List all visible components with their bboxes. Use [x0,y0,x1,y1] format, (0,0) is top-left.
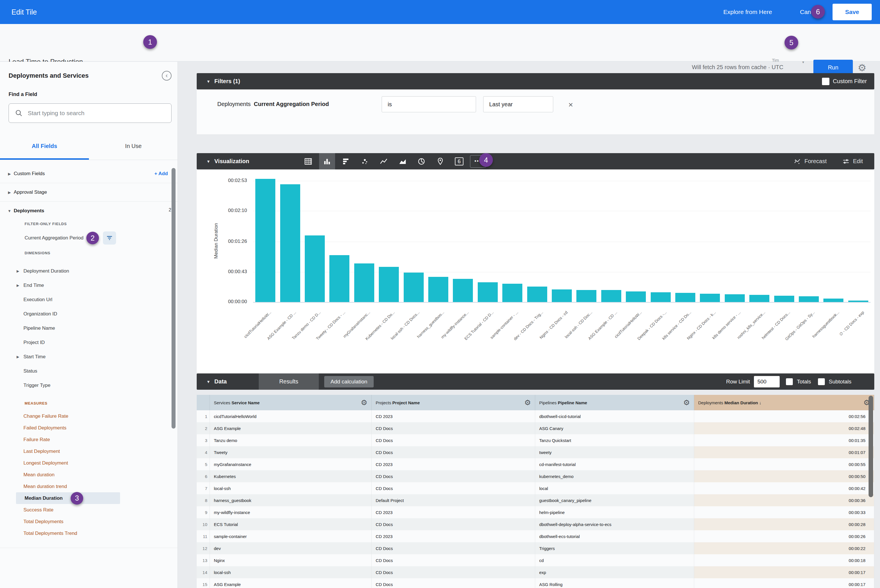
sidebar-field-longest-deployment[interactable]: Longest Deployment [0,457,171,469]
table-header-pipeline-name[interactable]: Pipelines Pipeline Name⚙ [535,395,694,410]
bar-23[interactable] [799,296,819,302]
column-chart-icon[interactable] [319,153,335,170]
sidebar-field-total-deployments[interactable]: Total Deployments [0,516,171,527]
table-cell[interactable]: Triggers [535,542,694,554]
bar-1[interactable] [255,179,275,302]
bar-11[interactable] [502,284,522,302]
totals-checkbox[interactable] [786,378,793,385]
data-section-bar[interactable]: ▼ Data Results Add calculation Row Limit… [197,374,874,390]
table-cell[interactable]: CD Docs [372,542,535,554]
table-cell[interactable]: helm-pipeline [535,506,694,518]
table-cell[interactable]: dbothwell-deploy-alpha-service-to-ecs [535,518,694,530]
table-cell[interactable]: local-ssh [210,566,372,578]
line-chart-icon[interactable] [376,153,392,170]
timezone-label[interactable]: Tim [772,58,779,63]
table-cell[interactable]: 00:00:22 [694,542,874,554]
gear-icon[interactable]: ⚙ [524,399,531,406]
table-cell[interactable]: dbothwell-cicd-tutorial [535,410,694,422]
table-cell[interactable]: 00:00:33 [694,506,874,518]
table-cell[interactable]: CD 2023 [372,410,535,422]
caret-down-icon[interactable]: ▼ [206,79,211,84]
table-cell[interactable]: CD Docs [372,566,535,578]
search-input[interactable] [28,110,153,117]
table-cell[interactable]: Tanzu Quickstart [535,434,694,446]
table-cell[interactable]: 00:01:35 [694,434,874,446]
sidebar-field-total-deployments-trend[interactable]: Total Deployments Trend [0,527,171,539]
sidebar-field-project-id[interactable]: Project ID [0,337,171,348]
sidebar-field-change-failure-rate[interactable]: Change Failure Rate [0,410,171,422]
table-cell[interactable]: CD Docs [372,446,535,458]
table-cell[interactable]: harness_guestbook [210,494,372,506]
table-cell[interactable]: Kubernetes [210,470,372,482]
table-cell[interactable]: guestbook_canary_pipeline [535,494,694,506]
table-cell[interactable]: Nginx [210,554,372,566]
bar-9[interactable] [453,279,473,302]
bar-21[interactable] [749,295,769,302]
visualization-section-bar[interactable]: ▼ Visualization 6••• Forecast Edit [197,153,874,170]
tab-in-use[interactable]: In Use [89,143,178,149]
gear-icon[interactable]: ⚙ [361,399,367,406]
bar-chart-icon[interactable] [338,153,354,170]
caret-right-icon[interactable]: ▶ [5,190,14,195]
bar-3[interactable] [305,236,325,302]
caret-right-icon[interactable]: ▶ [17,355,23,359]
single-value-icon[interactable]: 6 [451,153,467,170]
custom-filter-checkbox[interactable] [822,78,829,85]
table-header-project-name[interactable]: Projects Project Name⚙ [372,395,535,410]
table-cell[interactable]: dev [210,542,372,554]
tab-all-fields[interactable]: All Fields [0,143,89,149]
filter-operator-select[interactable]: is [382,96,476,112]
field-current-aggregation-period[interactable]: Current Aggregation Period 2 [25,231,116,244]
field-search-box[interactable] [9,104,171,123]
sidebar-field-status[interactable]: Status [0,365,171,377]
table-cell[interactable]: 00:00:50 [694,470,874,482]
caret-right-icon[interactable]: ▶ [17,284,23,287]
table-cell[interactable]: 00:00:28 [694,518,874,530]
bar-16[interactable] [626,291,646,302]
sidebar-field-failure-rate[interactable]: Failure Rate [0,434,171,446]
gear-icon[interactable]: ⚙ [858,63,866,73]
table-header-service-name[interactable]: Services Service Name⚙ [210,395,372,410]
save-button[interactable]: Save [833,4,872,20]
sidebar-scrollbar[interactable] [171,168,176,429]
bar-5[interactable] [354,263,374,302]
table-cell[interactable]: ASG Example [210,578,372,588]
bar-22[interactable] [774,296,794,302]
sidebar-field-mean-duration-trend[interactable]: Mean duration trend [0,481,171,492]
caret-down-icon[interactable]: ▼ [5,209,14,213]
bar-24[interactable] [823,298,843,302]
table-cell[interactable]: Tanzu demo [210,434,372,446]
table-cell[interactable]: exp [535,566,694,578]
forecast-button[interactable]: Forecast [794,158,827,165]
caret-right-icon[interactable]: ▶ [17,269,23,273]
bar-25[interactable] [848,301,868,302]
table-cell[interactable]: 00:00:26 [694,530,874,542]
table-cell[interactable]: 00:00:55 [694,458,874,470]
table-cell[interactable]: 00:00:18 [694,554,874,566]
sidebar-field-success-rate[interactable]: Success Rate [0,504,171,516]
table-cell[interactable]: Tweety [210,446,372,458]
pie-chart-icon[interactable] [414,153,429,170]
subtotals-checkbox[interactable] [818,378,825,385]
explore-from-here-link[interactable]: Explore from Here [724,0,772,24]
table-cell[interactable]: CD Docs [372,422,535,434]
table-cell[interactable]: CD Docs [372,578,535,588]
tab-results[interactable]: Results [259,374,319,390]
table-cell[interactable]: ECS Tutorial [210,518,372,530]
bar-10[interactable] [478,282,498,302]
table-cell[interactable]: cd-manifest-tutorial [535,458,694,470]
table-cell[interactable]: tweety [535,446,694,458]
caret-down-icon[interactable]: ▼ [206,380,211,384]
table-cell[interactable]: CD 2023 [372,506,535,518]
table-cell[interactable]: 00:00:42 [694,482,874,494]
table-cell[interactable]: ASG Example [210,422,372,434]
table-cell[interactable]: cicdTutorialHelloWorld [210,410,372,422]
sidebar-field-start-time[interactable]: ▶Start Time [0,351,171,363]
filter-value-input[interactable]: Last year [483,96,553,112]
table-cell[interactable]: ASG Rolling [535,578,694,588]
gear-icon[interactable]: ⚙ [683,399,690,406]
bar-20[interactable] [725,294,745,302]
sidebar-field-pipeline-name[interactable]: Pipeline Name [0,322,171,334]
table-cell[interactable]: 00:02:56 [694,410,874,422]
remove-filter-icon[interactable]: × [569,100,573,110]
